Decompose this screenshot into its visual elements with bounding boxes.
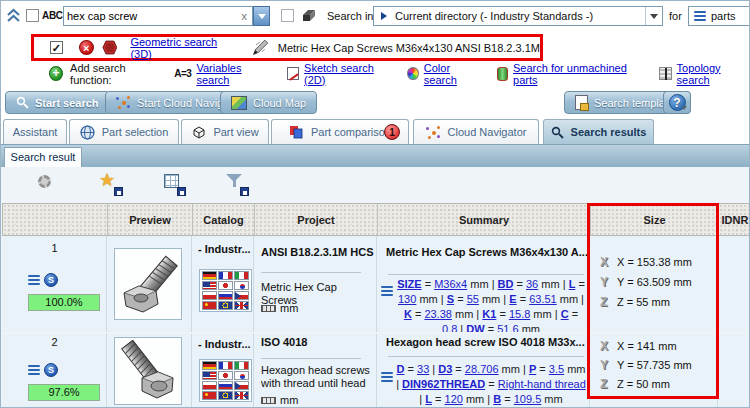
column-header-preview[interactable]: Preview xyxy=(107,204,192,235)
cloud-map-icon xyxy=(231,96,247,110)
abc-checkbox[interactable] xyxy=(26,9,39,22)
sketch-search-icon xyxy=(287,67,299,80)
summary-menu-icon[interactable] xyxy=(381,286,393,296)
summary-variables[interactable]: D = 33 | D3 = 28.706 mm | P = 3.5 mm | D… xyxy=(396,362,586,408)
part-preview-image[interactable] xyxy=(114,248,182,320)
axis-z-icon: Z xyxy=(600,377,612,391)
column-header-project[interactable]: Project xyxy=(254,204,377,235)
summary-variables[interactable]: SIZE = M36x4 mm | BD = 36 mm | L = 130 m… xyxy=(396,277,586,332)
help-button[interactable]: ? xyxy=(663,91,691,114)
save-icon xyxy=(240,187,249,196)
result-rank: 1 xyxy=(2,242,107,254)
add-search-row: + Add search function: A=3 Variables sea… xyxy=(1,63,750,84)
ruler-icon xyxy=(261,397,276,404)
cloud-map-label: Cloud Map xyxy=(253,97,306,109)
tab-label: Cloud Navigator xyxy=(448,126,527,138)
column-header-catalog[interactable]: Catalog xyxy=(192,204,254,235)
topology-search-link[interactable]: Topology search xyxy=(677,62,750,86)
flag-ru-icon xyxy=(218,381,233,390)
size-values: XX = 141 mmYY = 57.735 mmZZ = 50 mm xyxy=(600,336,716,393)
flag-jp-icon xyxy=(218,281,233,290)
3d-part-hexagon-icon xyxy=(102,40,118,55)
parts-value: parts xyxy=(711,10,735,22)
eraser-icon[interactable] xyxy=(299,9,316,23)
search-dropdown-button[interactable] xyxy=(253,6,270,26)
clear-search-icon[interactable]: x xyxy=(242,10,248,22)
tab-part-selection[interactable]: Part selection xyxy=(69,119,179,144)
result-row-1[interactable]: 1 S 100.0% - Industr... xyxy=(2,236,750,332)
row-menu-icon[interactable] xyxy=(28,365,40,375)
s-badge-icon[interactable]: S xyxy=(44,273,58,287)
save-favorite-icon[interactable]: ★ xyxy=(99,172,125,196)
flag-kr-icon xyxy=(234,281,249,290)
color-search-link[interactable]: Color search xyxy=(424,62,482,86)
ruler-icon xyxy=(261,305,276,312)
catalog-flags xyxy=(199,269,252,312)
geometric-search-link[interactable]: Geometric search (3D) xyxy=(130,36,240,60)
axis-y-icon: Y xyxy=(600,275,612,289)
dropdown-arrow-icon xyxy=(258,14,266,19)
axis-y-icon: Y xyxy=(600,358,612,372)
tab-label: Assistant xyxy=(13,126,58,138)
unmachined-search-link[interactable]: Search for unmachined parts xyxy=(513,62,644,86)
row-menu-icon[interactable] xyxy=(28,275,40,285)
unmachined-part-icon xyxy=(497,67,508,81)
search-result-subtab[interactable]: Search result xyxy=(4,147,82,168)
partsolutions-window: ABC x Search in Current directory (- Ind… xyxy=(0,0,750,408)
cloud-map-button[interactable]: Cloud Map xyxy=(220,91,317,114)
column-header-size[interactable]: Size xyxy=(590,204,718,235)
collapse-chevrons-icon[interactable] xyxy=(7,8,20,23)
sketch-search-link[interactable]: Sketch search (2D) xyxy=(304,62,392,86)
flag-kr-icon xyxy=(234,371,249,380)
flag-pl-icon xyxy=(202,291,217,300)
summary-title: Metric Hex Cap Screws M36x4x130 A... xyxy=(386,246,588,258)
tab-part-view[interactable]: Part view xyxy=(181,119,269,144)
tab-part-comparison[interactable]: Part comparison 1 xyxy=(271,119,409,144)
flag-de-icon xyxy=(202,361,217,370)
start-search-label: Start search xyxy=(35,97,99,109)
column-header-summary[interactable]: Summary xyxy=(377,204,590,235)
remove-search-icon[interactable]: × xyxy=(79,40,94,55)
summary-menu-icon[interactable] xyxy=(381,372,393,382)
cloud-navigator-icon xyxy=(426,125,441,140)
directory-dropdown-button[interactable] xyxy=(645,7,662,25)
search-input[interactable] xyxy=(67,9,227,23)
color-wheel-icon xyxy=(407,67,419,80)
size-line: XX = 141 mm xyxy=(600,336,716,355)
size-line: ZZ = 55 mm xyxy=(600,292,716,312)
tab-assistant[interactable]: Assistant xyxy=(3,119,67,144)
parts-combo[interactable]: parts xyxy=(688,6,750,26)
summary-title: Hexagon head screw ISO 4018 M33x... xyxy=(386,336,588,348)
add-icon[interactable]: + xyxy=(49,66,63,81)
settings-gear-icon[interactable] xyxy=(34,172,60,196)
secondary-checkbox[interactable] xyxy=(281,9,294,22)
flag-pl-icon xyxy=(202,381,217,390)
column-header-idnr[interactable]: IDNR xyxy=(718,204,750,235)
project-unit: mm xyxy=(261,302,298,314)
s-badge-icon[interactable]: S xyxy=(44,363,58,377)
geometric-search-checkbox[interactable]: ✓ xyxy=(50,41,63,54)
sketch-pencil-icon xyxy=(251,39,269,56)
tab-label: Part view xyxy=(213,126,258,138)
save-filter-icon[interactable] xyxy=(225,172,251,196)
directory-combo[interactable]: Current directory (- Industry Standards … xyxy=(373,6,663,26)
search-box: x xyxy=(63,6,253,26)
axis-z-icon: Z xyxy=(600,295,612,309)
variables-search-link[interactable]: Variables search xyxy=(196,62,271,86)
tab-cloud-navigator[interactable]: Cloud Navigator xyxy=(413,119,539,144)
part-preview-image[interactable] xyxy=(114,337,182,405)
result-row-2[interactable]: 2 S 97.6% - Indu xyxy=(2,334,750,408)
start-search-button[interactable]: Start search xyxy=(5,91,110,114)
result-tab-strip: Search result xyxy=(1,144,750,167)
part-comparison-icon xyxy=(289,125,304,139)
size-line: YY = 63.509 mm xyxy=(600,272,716,292)
flag-cn-icon xyxy=(202,391,217,400)
tab-label: Search results xyxy=(571,126,647,138)
search-icon xyxy=(551,126,564,139)
save-table-icon[interactable] xyxy=(162,172,188,196)
size-line: YY = 57.735 mm xyxy=(600,355,716,374)
project-description: Hexagon head screws with thread until he… xyxy=(261,364,373,390)
tab-search-results[interactable]: Search results xyxy=(543,119,654,144)
flag-cz-icon xyxy=(234,381,249,390)
flag-it-icon xyxy=(234,271,249,280)
